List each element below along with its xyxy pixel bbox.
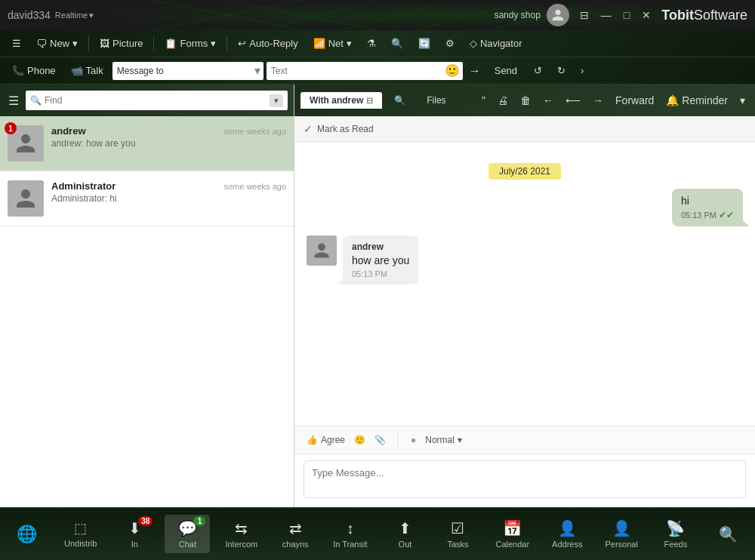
paperclip-icon: 📎 — [374, 435, 386, 445]
message-to-select[interactable]: Message to — [112, 62, 263, 80]
window-close-btn[interactable]: ✕ — [637, 8, 655, 23]
thumbs-up-btn[interactable]: 👍 Agree — [307, 435, 345, 445]
out-icon: ⬆ — [399, 519, 411, 537]
contact-item-admin[interactable]: Administrator some weeks ago Administrat… — [0, 171, 294, 226]
feeds-icon: 📡 — [666, 519, 685, 537]
priority-select[interactable]: Normal▾ — [425, 435, 462, 445]
chat-area: July/26 2021 hi 05:13 PM ✔✔ — [294, 142, 755, 426]
navigator-btn[interactable]: ◇ Navigator — [464, 35, 528, 51]
contact-name-admin: Administrator — [51, 180, 116, 192]
taskbar-item-intercom[interactable]: ⇆ Intercom — [217, 515, 265, 553]
back-all-btn[interactable]: ⟵ — [562, 93, 584, 108]
window-maximize-btn[interactable]: □ — [619, 8, 634, 23]
new-btn[interactable]: 🗨 New▾ — [30, 35, 84, 52]
msg-in-text: how are you — [352, 254, 409, 266]
taskbar-item-address[interactable]: 👤 Address — [544, 515, 590, 553]
forms-btn[interactable]: 📋 Forms▾ — [159, 35, 222, 51]
checkmark-icon: ✓ — [304, 123, 313, 135]
search-btn[interactable]: 🔍 — [385, 35, 409, 51]
undistrib-label: Undistrib — [64, 539, 97, 548]
msg-in-meta: 05:13 PM — [352, 269, 409, 278]
contact-time-andrew: some weeks ago — [223, 127, 286, 136]
emoji-react-btn[interactable]: 🙂 — [354, 435, 365, 445]
in-label: In — [131, 540, 138, 549]
net-btn[interactable]: 📶 Net▾ — [307, 35, 358, 51]
taskbar-item-undistrib[interactable]: ⬚ Undistrib — [57, 515, 104, 552]
msg-out-time: 05:13 PM — [681, 211, 716, 220]
globe-icon: 🌐 — [17, 525, 37, 544]
taskbar-item-personal[interactable]: 👤 Personal — [597, 515, 645, 553]
filter-btn[interactable]: ⚗ — [361, 35, 382, 51]
undo-btn[interactable]: ↺ — [528, 63, 548, 78]
print-btn[interactable]: 🖨 — [494, 93, 512, 108]
intransit-label: In Transit — [333, 540, 367, 549]
window-tiles-btn[interactable]: ⊟ — [575, 8, 593, 23]
find-input[interactable] — [45, 95, 263, 106]
tab-search[interactable]: 🔍 — [385, 92, 414, 109]
forward-btn[interactable]: Forward — [612, 93, 658, 108]
taskbar-item-out[interactable]: ⬆ Out — [382, 515, 427, 553]
mark-as-read-bar: ✓ Mark as Read — [294, 116, 755, 142]
next-btn[interactable]: › — [575, 63, 590, 78]
settings-btn[interactable]: ⚙ — [439, 35, 461, 51]
net-icon: 📶 — [313, 38, 325, 49]
left-menu-btn[interactable]: ☰ — [6, 91, 21, 110]
thumbs-up-icon: 👍 — [307, 435, 318, 445]
tasks-icon: ☑ — [451, 519, 464, 537]
tab-close-icon[interactable]: ⊟ — [366, 96, 373, 106]
hamburger-menu-btn[interactable]: ☰ — [6, 35, 27, 51]
msg-out-bubble: hi 05:13 PM ✔✔ — [672, 189, 743, 226]
app-name: david334 — [8, 9, 51, 21]
tab-with-andrew[interactable]: With andrew ⊟ — [300, 92, 382, 109]
personal-label: Personal — [605, 540, 637, 549]
user-avatar[interactable] — [547, 4, 569, 26]
arrow-icon: → — [466, 64, 484, 78]
mark-as-read-label[interactable]: Mark as Read — [317, 124, 374, 134]
msg-in-bubble: andrew how are you 05:13 PM — [343, 235, 418, 285]
app-name-text: david334 — [8, 9, 51, 21]
delete-btn[interactable]: 🗑 — [516, 93, 535, 108]
window-minimize-btn[interactable]: — — [596, 8, 616, 23]
taskbar-item-calendar[interactable]: 📅 Calendar — [488, 515, 537, 553]
reminder-btn[interactable]: 🔔 Reminder — [662, 93, 732, 108]
quote-btn[interactable]: " — [478, 93, 489, 108]
taskbar-item-in[interactable]: 38 ⬇ In — [112, 515, 157, 553]
emoji-btn[interactable]: 🙂 — [445, 63, 460, 78]
taskbar-item-feeds[interactable]: 📡 Feeds — [653, 515, 698, 553]
redo-btn[interactable]: ↻ — [551, 63, 572, 78]
contact-name-andrew: andrew — [51, 125, 86, 137]
message-outgoing: hi 05:13 PM ✔✔ — [307, 189, 743, 226]
calendar-icon: 📅 — [503, 519, 522, 537]
more-btn[interactable]: ▾ — [736, 93, 749, 108]
attach-btn[interactable]: 📎 — [374, 435, 386, 445]
search-icon: 🔍 — [391, 38, 403, 49]
taskbar-item-chat[interactable]: 1 💬 Chat — [165, 515, 210, 553]
taskbar-item-intransit[interactable]: ↕ In Transit — [325, 515, 374, 553]
refresh-icon: 🔄 — [418, 38, 430, 49]
find-filter-btn[interactable]: ▾ — [270, 94, 283, 107]
msg-out-meta: 05:13 PM ✔✔ — [681, 210, 734, 220]
undistrib-icon: ⬚ — [74, 520, 87, 537]
contact-item-andrew[interactable]: 1 andrew some weeks ago andrew: how are … — [0, 116, 294, 171]
forward-arrow-btn[interactable]: → — [589, 93, 607, 108]
back-btn[interactable]: ← — [539, 93, 557, 108]
taskbar-item-globe[interactable]: 🌐 — [4, 520, 49, 549]
send-btn[interactable]: Send — [487, 63, 525, 78]
left-panel-header: ☰ 🔍 ▾ — [0, 85, 294, 116]
find-box: 🔍 ▾ — [26, 91, 288, 110]
phone-btn[interactable]: 📞 Phone — [6, 63, 62, 78]
talk-btn[interactable]: 📹 Talk — [65, 63, 109, 78]
taskbar-item-tasks[interactable]: ☑ Tasks — [435, 515, 480, 553]
contact-preview-admin: Administrator: hi — [51, 193, 286, 204]
autoreply-btn[interactable]: ↩ Auto-Reply — [232, 35, 304, 51]
taskbar-item-search[interactable]: 🔍 — [706, 521, 751, 548]
taskbar-item-chayns[interactable]: ⇄ chayns — [273, 515, 318, 553]
text-input[interactable] — [267, 62, 463, 80]
right-panel-header: With andrew ⊟ 🔍 Files " 🖨 🗑 ← ⟵ → Forwar… — [294, 85, 755, 116]
picture-btn[interactable]: 🖼 Picture — [94, 35, 149, 51]
double-check-icon: ✔✔ — [719, 210, 734, 220]
refresh-btn[interactable]: 🔄 — [412, 35, 436, 51]
tab-files[interactable]: Files — [418, 92, 455, 109]
message-input[interactable] — [304, 460, 746, 498]
taskbar: 🌐 ⬚ Undistrib 38 ⬇ In 1 💬 Chat ⇆ Interco… — [0, 507, 755, 560]
